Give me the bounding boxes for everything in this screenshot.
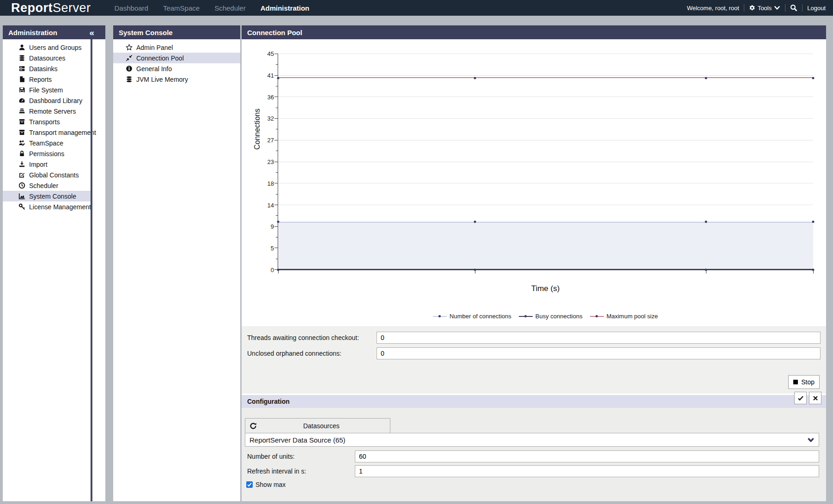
cancel-button[interactable] [809,392,821,404]
console-item-general-info[interactable]: General Info [113,63,240,74]
orphaned-row: Unclosed orphaned connections: [242,346,826,361]
configuration-form: Datasources ReportServer Data Source (65… [242,408,826,501]
check-icon [247,482,252,487]
console-list: Admin Panel Connection Pool General Info… [113,39,240,85]
configuration-title: Configuration [247,398,290,405]
system-console-panel: System Console Admin Panel Connection Po… [113,25,240,501]
search-icon [790,4,797,12]
stop-button-label: Stop [801,378,815,386]
stop-button[interactable]: Stop [788,375,820,389]
sidebar-item-label: Dashboard Library [29,97,82,104]
sidebar-item-dashboard-library[interactable]: Dashboard Library [3,95,91,106]
refresh-icon [249,422,257,430]
sidebar-item-datasinks[interactable]: Datasinks [3,63,91,74]
clock-icon [18,182,25,189]
nav-scheduler[interactable]: Scheduler [208,4,252,12]
star-icon [126,44,133,51]
collapse-panel-icon[interactable]: « [89,28,100,37]
show-max-label: Show max [255,481,286,488]
legend-label: Number of connections [450,313,511,320]
sidebar-item-permissions[interactable]: Permissions [3,148,91,159]
sidebar-item-label: Permissions [29,150,64,158]
archive-box-icon [18,129,25,136]
nav-teamspace[interactable]: TeamSpace [157,4,206,12]
console-panel-header: System Console [113,25,240,39]
apply-button[interactable] [794,392,807,404]
sidebar-splitter[interactable] [91,39,92,501]
nav-dashboard[interactable]: Dashboard [109,4,154,12]
sidebar-item-label: Users and Groups [29,44,82,51]
console-item-label: Admin Panel [136,44,173,51]
legend-label: Maximum pool size [607,313,658,320]
console-item-label: JVM Live Memory [136,76,188,83]
legend-busy-connections: Busy connections [519,313,583,320]
remote-server-icon [18,108,25,115]
sidebar-item-label: Reports [29,76,52,83]
logo-light: Server [53,1,91,15]
tools-menu-button[interactable]: Tools [749,5,780,12]
compress-arrows-icon [126,55,133,61]
sidebar-item-label: Transport management [29,129,96,136]
sidebar-item-datasources[interactable]: Datasources [3,53,91,63]
legend-maximum-pool-size: Maximum pool size [590,313,658,320]
console-item-jvm-live-memory[interactable]: JVM Live Memory [113,74,240,85]
legend-marker [590,315,604,318]
sidebar-item-license-management[interactable]: License Management [3,201,91,212]
legend-marker [519,315,533,318]
archive-box-icon [18,118,25,125]
chevron-down-icon [774,5,780,11]
show-max-checkbox[interactable] [246,481,253,488]
datasources-tab[interactable]: Datasources [245,418,390,433]
logout-button[interactable]: Logout [807,5,826,12]
sidebar-item-label: System Console [29,193,76,200]
sidebar-item-import[interactable]: Import [3,159,91,170]
pool-status-fields: Threads awaiting connection checkout: Un… [242,326,826,372]
administration-sidebar: Administration « Users and Groups Dataso… [3,25,105,501]
console-item-connection-pool[interactable]: Connection Pool [113,53,240,63]
sidebar-item-reports[interactable]: Reports [3,74,91,85]
units-input[interactable] [355,450,819,462]
sidebar-item-system-console[interactable]: System Console [3,191,91,201]
welcome-text: Welcome, root, root [687,5,739,12]
sidebar-item-global-constants[interactable]: Global Constants [3,170,91,180]
sidebar-item-users-and-groups[interactable]: Users and Groups [3,42,91,53]
legend-marker [433,315,447,318]
close-icon [812,395,819,401]
gauge-icon [18,97,25,104]
orphaned-input[interactable] [377,347,821,359]
download-icon [18,161,25,168]
configuration-bar: Configuration [242,395,826,408]
console-item-admin-panel[interactable]: Admin Panel [113,42,240,53]
sidebar-title: Administration [8,29,57,36]
server-stack-icon [18,65,25,72]
threads-input[interactable] [377,332,821,344]
sidebar-item-remote-servers[interactable]: Remote Servers [3,106,91,116]
sidebar-item-label: TeamSpace [29,140,63,147]
plot-area [278,54,813,270]
search-button[interactable] [790,4,797,12]
sidebar-item-transports[interactable]: Transports [3,116,91,127]
orphaned-label: Unclosed orphaned connections: [247,350,377,357]
sidebar-item-transport-management[interactable]: Transport management [3,127,91,138]
sidebar-item-file-system[interactable]: File System [3,85,91,95]
divider [785,4,785,12]
navbar-right: Welcome, root, root Tools Logout [687,4,826,12]
units-row: Number of units: [242,449,819,463]
datasource-select[interactable]: ReportServer Data Source (65) [245,433,819,447]
sidebar-item-scheduler[interactable]: Scheduler [3,180,91,191]
stop-row: Stop [242,372,826,394]
datasource-selected-value: ReportServer Data Source (65) [249,436,346,444]
tools-label: Tools [758,5,772,12]
sidebar-item-teamspace[interactable]: TeamSpace [3,138,91,148]
divider [744,4,744,12]
stop-icon [793,380,798,384]
threads-row: Threads awaiting connection checkout: [242,330,826,346]
file-icon [18,76,25,83]
connection-pool-chart: Connections 0591418232732364145 Time (s)… [242,39,826,328]
nav-administration[interactable]: Administration [255,4,316,12]
console-item-label: Connection Pool [136,55,184,62]
datasources-tab-label: Datasources [257,422,386,430]
key-icon [18,203,25,210]
refresh-interval-input[interactable] [355,465,819,477]
sidebar-item-label: File System [29,86,63,94]
